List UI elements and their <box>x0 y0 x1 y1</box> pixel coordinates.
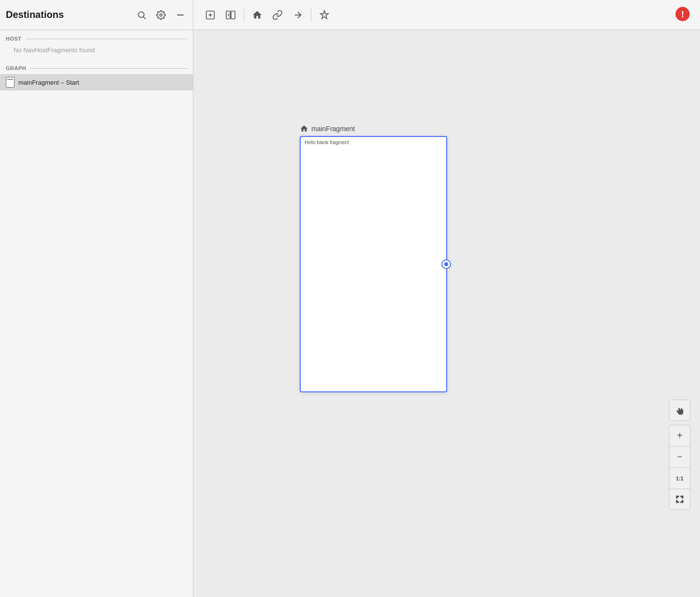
svg-line-1 <box>144 16 146 19</box>
sidebar-item-main-fragment[interactable]: mainFragment – Start <box>0 74 193 90</box>
toolbar-right: ! <box>193 0 700 30</box>
zoom-out-button[interactable]: − <box>669 446 690 467</box>
app-title: Destinations <box>6 9 129 20</box>
pan-button[interactable] <box>669 400 690 421</box>
gear-icon <box>156 10 166 20</box>
toolbar-separator-1 <box>244 8 244 22</box>
fragment-card-label: mainFragment <box>300 124 447 133</box>
add-destination-icon <box>205 10 216 20</box>
fragment-icon <box>6 77 15 88</box>
graph-label: GRAPH <box>6 65 26 71</box>
home-button[interactable] <box>248 7 266 23</box>
fit-icon <box>675 495 684 504</box>
main-content: HOST No NavHostFragments found GRAPH mai… <box>0 30 700 597</box>
host-divider <box>26 39 187 39</box>
search-button[interactable] <box>135 8 148 22</box>
svg-text:!: ! <box>681 9 684 19</box>
svg-point-0 <box>138 12 144 17</box>
toolbar-left: Destinations <box>0 0 193 30</box>
fragment-card-container: mainFragment Hello blank fragment <box>300 124 447 392</box>
error-icon: ! <box>675 6 690 22</box>
zoom-reset-button[interactable]: 1:1 <box>669 467 690 489</box>
minimize-button[interactable] <box>174 8 187 22</box>
sparkle-icon <box>319 10 330 20</box>
add-destination-button[interactable] <box>201 7 219 23</box>
host-section-header: HOST <box>0 30 193 45</box>
link-button[interactable] <box>268 7 287 23</box>
graph-section-header: GRAPH <box>0 60 193 74</box>
settings-button[interactable] <box>154 8 168 22</box>
home-icon-canvas <box>300 124 308 133</box>
zoom-controls: + − 1:1 <box>669 400 690 510</box>
graph-divider <box>30 68 187 69</box>
canvas-area[interactable]: mainFragment Hello blank fragment + − 1:… <box>193 30 700 597</box>
host-label: HOST <box>6 36 22 42</box>
svg-point-2 <box>160 14 162 16</box>
navigate-button[interactable] <box>289 7 307 23</box>
add-action-button[interactable] <box>221 7 240 23</box>
home-icon <box>252 10 262 20</box>
link-icon <box>272 10 283 20</box>
toolbar-separator-2 <box>311 8 311 22</box>
add-action-icon <box>225 10 236 20</box>
fit-button[interactable] <box>669 489 690 510</box>
minus-icon <box>175 10 185 20</box>
fragment-card[interactable]: Hello blank fragment <box>300 136 447 392</box>
fragment-name-label: mainFragment <box>311 125 355 133</box>
ai-features-button[interactable] <box>315 7 334 23</box>
sidebar-item-label: mainFragment – Start <box>18 79 79 86</box>
error-button[interactable]: ! <box>673 4 692 25</box>
hand-icon <box>674 405 685 416</box>
search-icon <box>137 10 146 20</box>
host-empty-text: No NavHostFragments found <box>0 45 193 60</box>
fragment-inner-text: Hello blank fragment <box>301 137 353 148</box>
arrow-right-icon <box>292 10 303 20</box>
svg-rect-8 <box>231 11 235 19</box>
zoom-in-button[interactable]: + <box>669 425 690 446</box>
sidebar: HOST No NavHostFragments found GRAPH mai… <box>0 30 193 597</box>
toolbar: Destinations <box>0 0 700 30</box>
connection-dot[interactable] <box>441 259 451 269</box>
